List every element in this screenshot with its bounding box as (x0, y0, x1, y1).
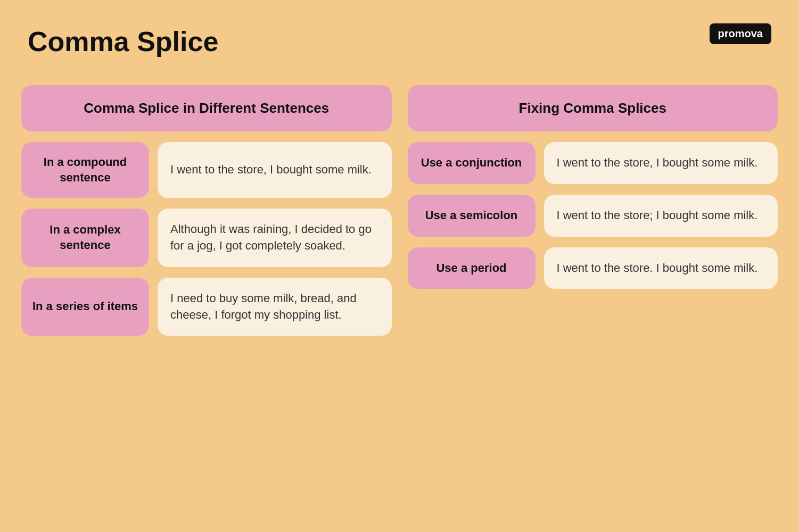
right-content-2: I went to the store; I bought some milk. (544, 195, 778, 237)
right-header: Fixing Comma Splices (408, 85, 778, 131)
left-row-1: In a compound sentence I went to the sto… (21, 142, 392, 198)
left-header: Comma Splice in Different Sentences (21, 85, 392, 131)
left-column: Comma Splice in Different Sentences In a… (21, 85, 392, 336)
left-row-3: In a series of items I need to buy some … (21, 278, 392, 336)
right-content-1: I went to the store, I bought some milk. (544, 142, 778, 184)
right-row-3: Use a period I went to the store. I boug… (408, 247, 778, 289)
left-label-1: In a compound sentence (21, 142, 149, 198)
right-row-1: Use a conjunction I went to the store, I… (408, 142, 778, 184)
left-content-3: I need to buy some milk, bread, and chee… (158, 278, 392, 336)
left-label-2: In a complex sentence (21, 209, 149, 267)
left-content-1: I went to the store, I bought some milk. (158, 142, 392, 198)
right-label-3: Use a period (408, 247, 536, 289)
logo: promova (710, 23, 771, 44)
page-title: Comma Splice (28, 26, 218, 57)
main-grid: Comma Splice in Different Sentences In a… (21, 85, 778, 336)
left-label-3: In a series of items (21, 278, 149, 336)
right-column: Fixing Comma Splices Use a conjunction I… (408, 85, 778, 336)
right-content-3: I went to the store. I bought some milk. (544, 247, 778, 289)
left-content-2: Although it was raining, I decided to go… (158, 209, 392, 267)
right-row-2: Use a semicolon I went to the store; I b… (408, 195, 778, 237)
right-label-2: Use a semicolon (408, 195, 536, 237)
left-row-2: In a complex sentence Although it was ra… (21, 209, 392, 267)
right-label-1: Use a conjunction (408, 142, 536, 184)
